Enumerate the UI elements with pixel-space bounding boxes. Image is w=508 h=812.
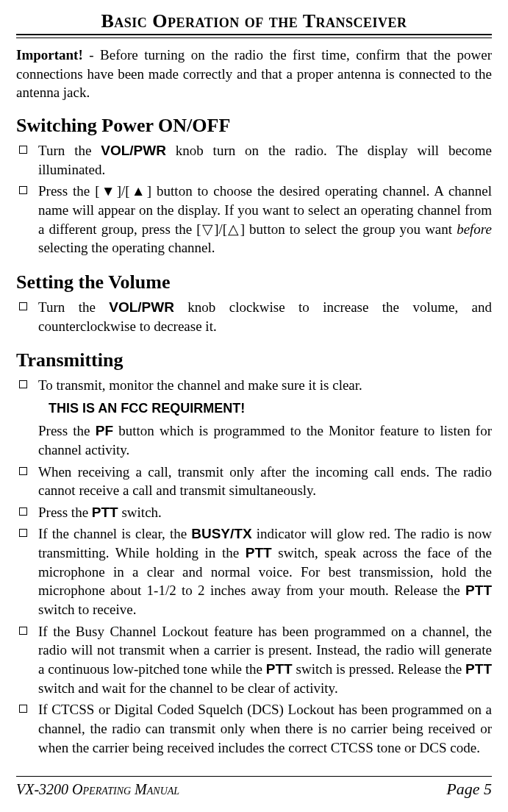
text: selecting the operating channel.: [38, 240, 215, 255]
page-title: Basic Operation of the Transceiver: [16, 10, 492, 34]
text: Press the: [38, 423, 96, 438]
list-item: Press the [▼]/[▲] button to choose the d…: [16, 182, 492, 257]
list-item: Turn the VOL/PWR knob turn on the radio.…: [16, 141, 492, 179]
footer-page-number: Page 5: [446, 780, 492, 799]
page: Basic Operation of the Transceiver Impor…: [0, 0, 508, 812]
text: ]/[: [117, 183, 130, 199]
body: Important! - Before turning on the radio…: [16, 46, 492, 772]
power-list: Turn the VOL/PWR knob turn on the radio.…: [16, 141, 492, 257]
list-item: To transmit, monitor the channel and mak…: [16, 376, 492, 459]
text: switch is pressed. Release the: [293, 661, 465, 677]
list-item: Press the PTT switch.: [16, 503, 492, 522]
text: If CTCSS or Digital Coded Squelch (DCS) …: [38, 702, 492, 755]
down-filled-triangle-icon: ▼: [100, 183, 117, 199]
emphasis-before: before: [457, 221, 492, 237]
volume-list: Turn the VOL/PWR knob clockwise to incre…: [16, 298, 492, 335]
tx-list: To transmit, monitor the channel and mak…: [16, 376, 492, 757]
list-item: When receiving a call, transmit only aft…: [16, 463, 492, 500]
text: ] button to select the group you want: [240, 221, 457, 237]
list-item: Turn the VOL/PWR knob clockwise to incre…: [16, 298, 492, 335]
text: If the channel is clear, the: [38, 526, 191, 541]
text: Press the [: [38, 183, 100, 199]
down-open-triangle-icon: ▽: [201, 221, 215, 237]
fcc-notice: THIS IS AN FCC REQUIRMENT!: [49, 399, 492, 417]
text: When receiving a call, transmit only aft…: [38, 464, 492, 499]
text: switch and wait for the channel to be cl…: [38, 680, 338, 696]
intro-paragraph: Important! - Before turning on the radio…: [16, 46, 492, 102]
heading-transmitting: Transmitting: [16, 347, 492, 373]
list-item: If the channel is clear, the BUSY/TX ind…: [16, 524, 492, 619]
label-ptt: PTT: [246, 545, 272, 560]
intro-lead: Important!: [16, 47, 83, 63]
up-open-triangle-icon: △: [227, 221, 240, 237]
list-item: If CTCSS or Digital Coded Squelch (DCS) …: [16, 700, 492, 757]
intro-rest: - Before turning on the radio the first …: [16, 47, 492, 100]
sub-paragraph: Press the PF button which is programmed …: [38, 421, 492, 459]
text: switch.: [118, 505, 162, 520]
label-pf: PF: [96, 423, 113, 438]
label-vol-pwr: VOL/PWR: [101, 143, 166, 158]
text: Turn the: [38, 299, 109, 315]
heading-volume: Setting the Volume: [16, 269, 492, 295]
footer-manual-title: VX-3200 Operating Manual: [16, 781, 179, 798]
heading-power: Switching Power ON/OFF: [16, 113, 492, 138]
title-rule: [16, 34, 492, 38]
label-ptt: PTT: [465, 583, 492, 598]
label-vol-pwr: VOL/PWR: [109, 299, 174, 315]
footer: VX-3200 Operating Manual Page 5: [16, 776, 492, 799]
label-busy-tx: BUSY/TX: [191, 526, 251, 541]
up-filled-triangle-icon: ▲: [130, 183, 147, 199]
label-ptt: PTT: [92, 505, 118, 520]
text: Press the: [38, 505, 92, 520]
text: switch to receive.: [38, 602, 136, 617]
list-item: If the Busy Channel Lockout feature has …: [16, 622, 492, 698]
text: ]/[: [214, 221, 227, 237]
text: To transmit, monitor the channel and mak…: [38, 377, 362, 393]
label-ptt: PTT: [465, 661, 492, 677]
label-ptt: PTT: [266, 661, 293, 677]
text: Turn the: [38, 143, 101, 158]
